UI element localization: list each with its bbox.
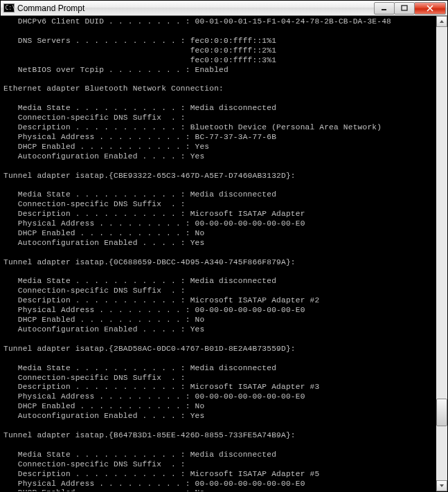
scroll-down-button[interactable] [436,480,447,491]
scroll-up-button[interactable] [436,16,447,27]
window-buttons [375,2,446,15]
scrollbar-track[interactable] [436,27,447,480]
vertical-scrollbar[interactable] [436,16,447,491]
scrollbar-thumb[interactable] [436,399,447,426]
terminal-output[interactable]: DHCPv6 Client DUID . . . . . . . . : 00-… [1,16,436,491]
titlebar[interactable]: C:\ Command Prompt [1,1,447,16]
window-title: Command Prompt [17,3,375,13]
minimize-button[interactable] [374,2,395,15]
close-button[interactable] [414,2,446,15]
svg-rect-3 [402,6,407,10]
maximize-button[interactable] [394,2,415,15]
command-prompt-window: C:\ Command Prompt DHCPv6 Client DUID . … [0,0,448,492]
content-area: DHCPv6 Client DUID . . . . . . . . : 00-… [1,16,447,491]
svg-text:C:\: C:\ [6,5,15,11]
cmd-icon: C:\ [3,3,15,14]
